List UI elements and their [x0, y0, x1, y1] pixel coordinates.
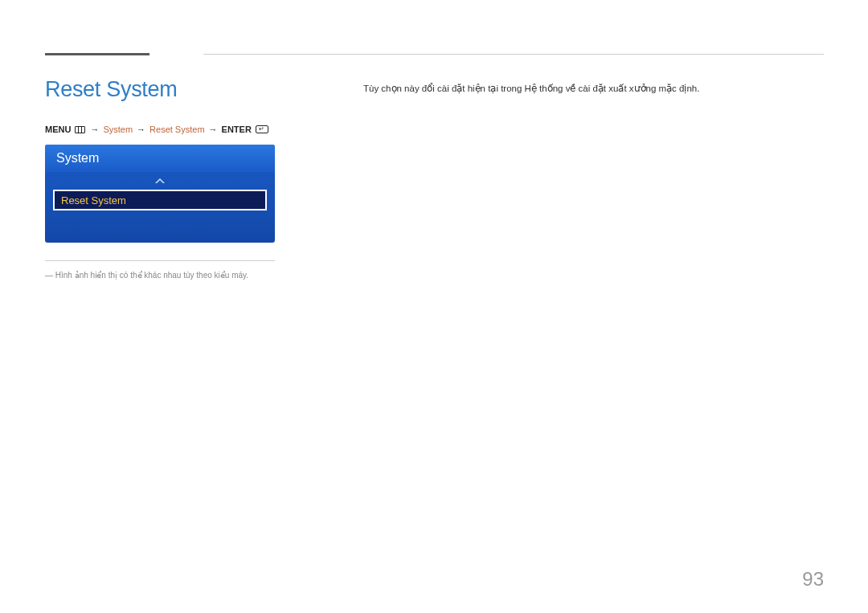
osd-item-reset-system[interactable]: Reset System [53, 190, 267, 210]
enter-icon [256, 125, 268, 133]
chevron-up-icon [155, 178, 165, 183]
header-rule [203, 54, 824, 55]
page-number: 93 [802, 568, 824, 591]
osd-scroll-up[interactable] [45, 172, 275, 190]
description-text: Tùy chọn này đổi cài đặt hiện tại trong … [363, 83, 699, 94]
breadcrumb-menu-label: MENU [45, 125, 71, 134]
arrow-icon: → [209, 125, 218, 134]
left-column-rule [45, 260, 275, 261]
osd-item-label: Reset System [61, 194, 126, 206]
header-accent-bar [45, 53, 149, 55]
arrow-icon: → [90, 125, 99, 134]
image-footnote: ― Hình ảnh hiển thị có thể khác nhau tùy… [45, 271, 248, 280]
breadcrumb-enter-label: ENTER [222, 125, 252, 134]
page-title: Reset System [45, 77, 177, 102]
breadcrumb: MENU → System → Reset System → ENTER [45, 125, 269, 134]
breadcrumb-system: System [103, 125, 133, 134]
osd-panel-title: System [45, 145, 275, 172]
osd-panel: System Reset System [45, 145, 275, 243]
breadcrumb-reset-system: Reset System [149, 125, 204, 134]
menu-icon [75, 126, 85, 133]
arrow-icon: → [137, 125, 145, 134]
